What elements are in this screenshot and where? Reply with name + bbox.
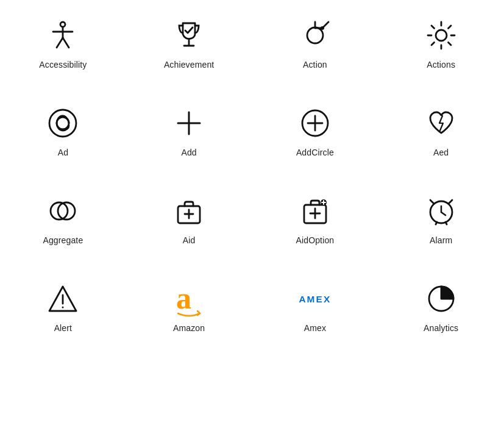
alert-label: Alert: [54, 323, 73, 333]
icon-cell-alarm[interactable]: Alarm: [378, 176, 504, 263]
amex-label: Amex: [304, 323, 326, 333]
analytics-icon: [424, 282, 458, 316]
aidoption-label: AidOption: [296, 235, 335, 245]
icon-cell-analytics[interactable]: Analytics: [378, 263, 504, 351]
icon-cell-action[interactable]: Action: [252, 0, 378, 88]
icon-cell-addcircle[interactable]: AddCircle: [252, 88, 378, 176]
aggregate-icon: [46, 194, 80, 228]
action-label: Action: [303, 60, 327, 70]
icon-cell-accessibility[interactable]: Accessibility: [0, 0, 126, 88]
aed-label: Aed: [433, 148, 449, 157]
svg-point-43: [62, 307, 64, 309]
icon-cell-aed[interactable]: Aed: [378, 88, 504, 176]
ad-icon: [46, 106, 80, 140]
add-icon: [172, 106, 206, 140]
amex-icon: AMEX: [298, 282, 332, 316]
amazon-icon: a: [172, 282, 206, 316]
accessibility-label: Accessibility: [39, 60, 87, 70]
svg-point-0: [60, 22, 65, 27]
icon-cell-amazon[interactable]: a Amazon: [126, 263, 252, 351]
achievement-label: Achievement: [164, 60, 214, 70]
add-label: Add: [181, 148, 196, 157]
svg-line-3: [57, 38, 63, 48]
svg-text:a: a: [176, 281, 191, 315]
svg-line-20: [431, 43, 435, 46]
aid-label: Aid: [183, 235, 196, 245]
icon-grid: Accessibility Achievement: [0, 0, 504, 351]
aidoption-icon: [298, 194, 332, 228]
aed-icon: [424, 106, 458, 140]
icon-cell-aggregate[interactable]: Aggregate: [0, 176, 126, 263]
svg-text:AMEX: AMEX: [299, 294, 331, 304]
svg-point-29: [58, 202, 75, 220]
achievement-icon: [172, 18, 206, 52]
svg-point-21: [49, 110, 76, 137]
svg-line-41: [441, 212, 445, 215]
addcircle-icon: [298, 106, 332, 140]
alarm-icon: [424, 194, 458, 228]
svg-line-4: [63, 38, 69, 48]
action-icon: [298, 18, 332, 52]
svg-point-28: [51, 202, 68, 220]
svg-point-7: [307, 27, 323, 43]
icon-cell-achievement[interactable]: Achievement: [126, 0, 252, 88]
icon-cell-aid[interactable]: Aid: [126, 176, 252, 263]
analytics-label: Analytics: [424, 323, 458, 333]
alarm-label: Alarm: [430, 235, 452, 245]
aggregate-label: Aggregate: [43, 235, 83, 245]
svg-point-12: [436, 30, 447, 41]
addcircle-label: AddCircle: [296, 148, 334, 157]
icon-cell-amex[interactable]: AMEX Amex: [252, 263, 378, 351]
svg-line-19: [448, 26, 451, 29]
aid-icon: [172, 194, 206, 228]
svg-point-11: [321, 26, 324, 30]
icon-cell-ad[interactable]: Ad: [0, 88, 126, 176]
icon-cell-aidoption[interactable]: AidOption: [252, 176, 378, 263]
svg-line-17: [431, 26, 435, 29]
icon-cell-add[interactable]: Add: [126, 88, 252, 176]
ad-label: Ad: [58, 148, 68, 157]
icon-cell-actions[interactable]: Actions: [378, 0, 504, 88]
alert-icon: [46, 282, 80, 316]
icon-cell-alert[interactable]: Alert: [0, 263, 126, 351]
actions-icon: [424, 18, 458, 52]
amazon-label: Amazon: [173, 323, 205, 333]
svg-line-18: [448, 43, 451, 46]
accessibility-icon: [46, 18, 80, 52]
actions-label: Actions: [427, 60, 455, 70]
